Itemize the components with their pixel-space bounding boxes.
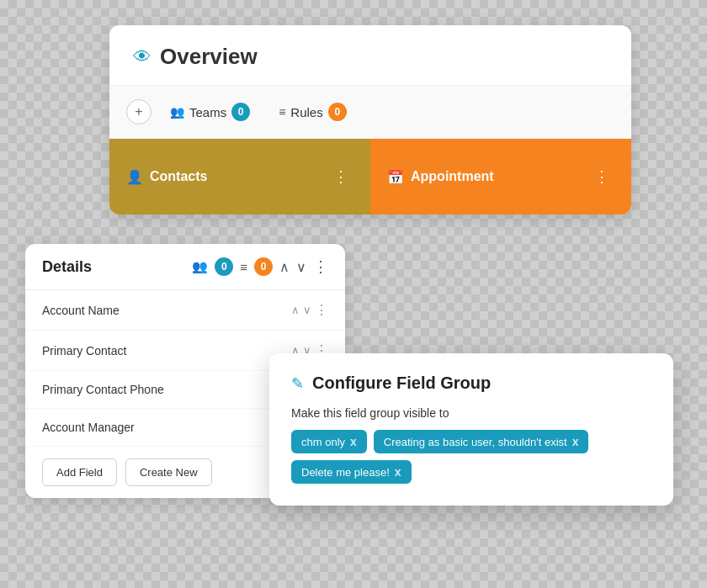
tag-delete-me-label: Delete me please! xyxy=(301,466,390,479)
details-header: Details 👥 0 ≡ 0 ⋮ xyxy=(25,244,345,290)
details-teams-badge: 0 xyxy=(215,257,233,276)
appointment-icon: 📅 xyxy=(387,169,404,185)
primary-contact-label: Primary Contact xyxy=(42,344,126,358)
tag-basic-user[interactable]: Creating as basic user, shouldn't exist … xyxy=(374,430,589,453)
tab-teams[interactable]: 👥 Teams 0 xyxy=(160,98,260,126)
details-teams-icon: 👥 xyxy=(192,259,208,274)
primary-contact-phone-label: Primary Contact Phone xyxy=(42,383,164,396)
add-button[interactable]: + xyxy=(126,99,152,124)
teams-icon: 👥 xyxy=(170,105,184,119)
pencil-icon: ✎ xyxy=(291,374,304,393)
account-name-down[interactable] xyxy=(303,304,311,316)
modal-title: Configure Field Group xyxy=(312,373,491,393)
overview-title: Overview xyxy=(160,44,258,70)
account-manager-label: Account Manager xyxy=(42,421,135,434)
configure-field-group-modal: ✎ Configure Field Group Make this field … xyxy=(269,353,673,506)
contacts-icon: 👤 xyxy=(126,169,143,185)
details-menu-icon[interactable]: ⋮ xyxy=(313,257,328,276)
tag-chm-only[interactable]: chm only x xyxy=(291,430,367,453)
tab-teams-label: Teams xyxy=(189,105,226,119)
details-rules-badge: 0 xyxy=(254,257,273,276)
tag-chm-only-remove[interactable]: x xyxy=(350,435,357,448)
contacts-menu-button[interactable]: ⋮ xyxy=(328,166,354,188)
details-row-account-name: Account Name ⋮ xyxy=(25,290,345,331)
details-rules-icon: ≡ xyxy=(240,260,247,274)
create-new-button[interactable]: Create New xyxy=(125,458,212,486)
add-field-button[interactable]: Add Field xyxy=(42,458,117,486)
tag-basic-user-remove[interactable]: x xyxy=(572,435,579,448)
rules-badge: 0 xyxy=(328,103,347,121)
account-name-up[interactable] xyxy=(291,304,300,316)
tag-delete-me[interactable]: Delete me please! x xyxy=(291,460,412,484)
details-controls: 👥 0 ≡ 0 ⋮ xyxy=(192,257,328,276)
tag-basic-user-label: Creating as basic user, shouldn't exist xyxy=(384,436,567,448)
details-up-icon[interactable] xyxy=(279,259,290,275)
tag-delete-me-remove[interactable]: x xyxy=(395,465,401,479)
overview-header: 👁 Overview xyxy=(109,25,631,86)
details-title: Details xyxy=(42,258,92,276)
tags-container: chm only x Creating as basic user, shoul… xyxy=(291,430,651,484)
tag-chm-only-label: chm only xyxy=(301,436,345,448)
teams-badge: 0 xyxy=(231,103,250,121)
contacts-card: 👤 Contacts ⋮ xyxy=(109,139,370,215)
details-down-icon[interactable] xyxy=(296,259,306,275)
modal-subtitle: Make this field group visible to xyxy=(291,406,651,420)
kanban-cards-row: 👤 Contacts ⋮ 📅 Appointment ⋮ xyxy=(109,139,631,215)
appointment-label: Appointment xyxy=(411,169,494,184)
contacts-label: Contacts xyxy=(150,169,207,184)
account-name-menu[interactable]: ⋮ xyxy=(315,302,328,318)
overview-card: 👁 Overview + 👥 Teams 0 ≡ Rules 0 👤 Conta… xyxy=(109,25,631,215)
appointment-menu-button[interactable]: ⋮ xyxy=(589,166,614,188)
appointment-card: 📅 Appointment ⋮ xyxy=(370,139,631,215)
account-name-controls: ⋮ xyxy=(291,302,328,318)
tab-rules[interactable]: ≡ Rules 0 xyxy=(268,98,357,126)
modal-header: ✎ Configure Field Group xyxy=(291,373,651,393)
account-name-label: Account Name xyxy=(42,304,120,317)
eye-icon: 👁 xyxy=(133,46,152,68)
tab-rules-label: Rules xyxy=(290,105,322,119)
overview-tabs: + 👥 Teams 0 ≡ Rules 0 xyxy=(109,86,631,139)
rules-icon: ≡ xyxy=(279,105,285,119)
